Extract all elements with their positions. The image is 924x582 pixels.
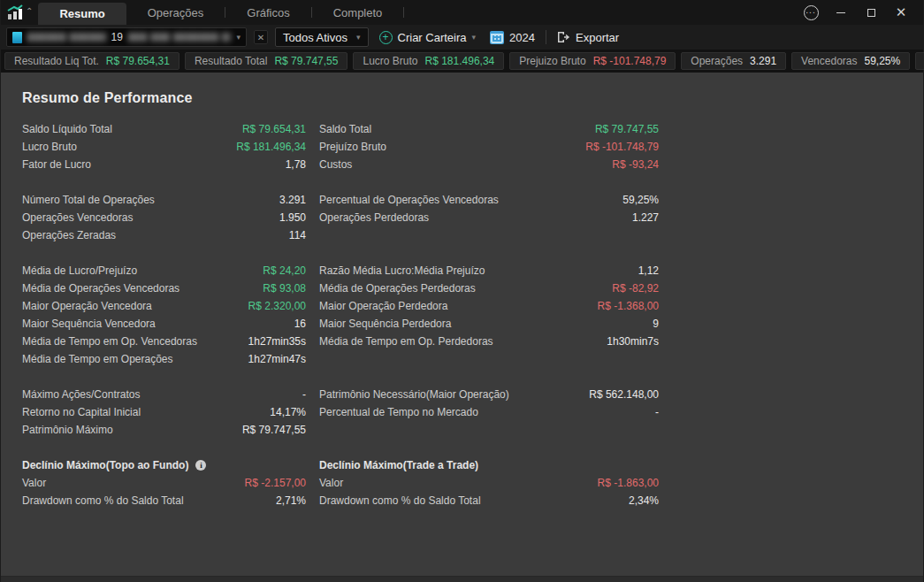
ellipsis-icon: ... (804, 5, 819, 20)
metric-label: Retorno no Capital Inicial (22, 406, 270, 418)
stat-chip-label: Resultado Total (195, 55, 268, 67)
info-icon[interactable]: i (195, 460, 206, 471)
create-portfolio-button[interactable]: + Criar Carteira ▾ (376, 31, 480, 44)
more-options-button[interactable]: ... (796, 0, 826, 25)
metric-value: R$ 93,08 (263, 282, 306, 295)
metric-row: Drawdown como % do Saldo Total 2,34% (319, 492, 659, 509)
metric-value: R$ -1.863,00 (598, 477, 659, 489)
performance-summary-panel: Resumo de Performance Saldo Líquido Tota… (1, 73, 923, 576)
stat-chip: Lucro Bruto R$ 181.496,34 (353, 52, 504, 70)
tab-completo[interactable]: Completo (312, 0, 404, 25)
metrics-section-capital: Máximo Ações/Contratos - Retorno no Capi… (22, 386, 923, 439)
summary-stats-strip: Resultado Liq Tot. R$ 79.654,31 Resultad… (1, 50, 923, 73)
metric-row: Valor R$ -1.863,00 (319, 474, 659, 492)
stat-chip: Prejuizo Bruto R$ -101.748,79 (509, 52, 676, 70)
stat-chip: Vencedoras 59,25% (791, 52, 910, 70)
metric-row: Patrimônio Necessário(Maior Operação) R$… (319, 386, 659, 403)
drawdown-header-label: Declínio Máximo(Trade a Trade) (319, 459, 478, 471)
account-selector[interactable]: ██████ ██████ 19 ███ ███ ███████ ██ ▾ (6, 27, 247, 47)
metric-value: R$ -82,92 (612, 282, 659, 295)
minimize-icon (836, 12, 845, 13)
metric-row: Operações Perdedoras 1.227 (319, 209, 659, 226)
stat-chip-label: Lucro Bruto (363, 55, 417, 67)
metric-label: Maior Sequência Perdedora (319, 318, 653, 330)
metric-label: Drawdown como % do Saldo Total (319, 494, 629, 507)
metric-row: Máximo Ações/Contratos - (22, 386, 306, 403)
drawdown-header-label: Declínio Máximo(Topo ao Fundo) (22, 459, 188, 471)
metric-value: 16 (294, 318, 306, 330)
account-redacted-segment: ███ ███ ███████ ██ (128, 33, 232, 42)
metric-label: Valor (319, 477, 598, 489)
metric-row: Valor R$ -2.157,00 (22, 474, 306, 492)
metric-value: - (302, 388, 306, 401)
metric-value: 1h27min47s (248, 353, 306, 365)
year-picker-button[interactable]: 2024 (486, 31, 538, 44)
maximize-button[interactable] (856, 0, 886, 25)
minimize-button[interactable] (826, 0, 856, 25)
metric-value: R$ -1.368,00 (598, 300, 659, 312)
metric-label: Número Total de Operações (22, 194, 279, 206)
metric-label: Percentual de Tempo no Mercado (319, 406, 655, 418)
metric-label: Maior Operação Vencedora (22, 300, 248, 312)
create-portfolio-label: Criar Carteira (398, 31, 467, 44)
metric-row: Maior Operação Vencedora R$ 2.320,00 (22, 297, 306, 315)
asset-filter-select[interactable]: Todos Ativos ▾ (275, 27, 369, 47)
titlebar: ⌃ Resumo Operações Gráficos Completo ...… (1, 0, 923, 25)
metric-row: Lucro Bruto R$ 181.496,34 (22, 138, 306, 156)
metric-value: R$ 2.320,00 (248, 300, 306, 312)
metric-label: Média de Tempo em Op. Vencedoras (22, 335, 248, 348)
metric-value: 1h27min35s (248, 335, 306, 348)
tab-resumo[interactable]: Resumo (38, 3, 126, 25)
tab-bar: Resumo Operações Gráficos Completo (38, 0, 404, 25)
close-icon: ✕ (896, 4, 907, 20)
export-button[interactable]: Exportar (554, 31, 622, 44)
metric-value: 3.291 (279, 194, 306, 206)
stat-chip-value: R$ 79.747,55 (274, 55, 338, 67)
broker-icon (12, 32, 22, 43)
metric-value: R$ 79.747,55 (242, 424, 306, 436)
metric-value: R$ 79.654,31 (242, 123, 306, 135)
metric-row: Razão Média Lucro:Média Prejuízo 1,12 (319, 262, 659, 280)
window-controls: ... ✕ (796, 0, 923, 25)
metric-row: Fator de Lucro 1,78 (22, 156, 306, 173)
drawdown-trade-to-trade: Declínio Máximo(Trade a Trade) Valor R$ … (319, 456, 659, 509)
metric-value: 2,34% (629, 494, 659, 507)
metric-value: 1,78 (286, 158, 306, 171)
metric-label: Média de Tempo em Op. Perdedoras (319, 335, 607, 348)
bar-chart-logo-icon (6, 4, 24, 20)
stat-chip-value: R$ 79.654,31 (106, 55, 170, 67)
metric-row: Maior Sequência Vencedora 16 (22, 315, 306, 333)
metrics-sections: Saldo Líquido Total R$ 79.654,31 Lucro B… (22, 120, 923, 509)
close-icon: ✕ (257, 33, 264, 42)
maximize-icon (867, 9, 875, 17)
toolbar-separator (546, 30, 546, 44)
metric-label: Operações Perdedoras (319, 211, 632, 224)
metric-label: Custos (319, 158, 612, 171)
metric-label: Patrimônio Máximo (22, 424, 242, 436)
stat-chip-label: Resultado Liq Tot. (14, 55, 99, 67)
metric-label: Média de Tempo em Operações (22, 353, 248, 365)
metric-label: Média de Operações Perdedoras (319, 282, 612, 295)
close-button[interactable]: ✕ (886, 0, 916, 25)
metric-value: 1,12 (638, 264, 659, 277)
stat-chip: Operações 3.291 (681, 52, 786, 70)
metric-value: R$ -93,24 (612, 158, 659, 171)
stat-chip-value: R$ 181.496,34 (425, 55, 495, 67)
metric-label: Lucro Bruto (22, 141, 236, 153)
metric-value: 1h30min7s (607, 335, 659, 348)
asset-filter-value: Todos Ativos (283, 31, 347, 44)
metric-row: Patrimônio Máximo R$ 79.747,55 (22, 421, 306, 439)
metric-row: Média de Operações Perdedoras R$ -82,92 (319, 280, 659, 297)
metric-label: Percentual de Operações Vencedoras (319, 194, 622, 206)
chevron-down-icon: ▾ (472, 33, 477, 42)
tab-operacoes[interactable]: Operações (126, 0, 225, 25)
app-window: ⌃ Resumo Operações Gráficos Completo ...… (0, 0, 924, 582)
metric-row: Saldo Líquido Total R$ 79.654,31 (22, 120, 306, 138)
tab-graficos[interactable]: Gráficos (225, 0, 310, 25)
stat-chip-value: 59,25% (864, 55, 900, 67)
metric-row: Maior Sequência Perdedora 9 (319, 315, 659, 333)
export-icon (557, 31, 570, 43)
metric-value: 1.227 (632, 211, 659, 224)
clear-account-button[interactable]: ✕ (254, 30, 268, 44)
collapse-caret-icon[interactable]: ⌃ (26, 6, 33, 16)
